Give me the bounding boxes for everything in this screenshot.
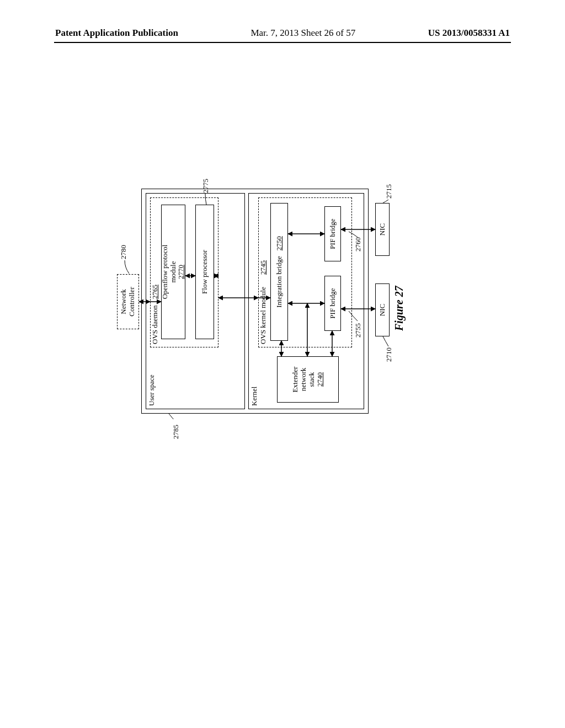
figure-caption: Figure 27 xyxy=(393,286,406,331)
integration-bridge-box: Integration bridge 2750 xyxy=(270,203,288,341)
ref-2755: 2755 xyxy=(354,323,362,338)
user-space-label: User space xyxy=(148,374,156,406)
ref-2775: 2775 xyxy=(202,179,210,193)
ref-2785: 2785 xyxy=(172,425,180,439)
nic-a-box: NIC xyxy=(375,283,390,336)
header-center: Mar. 7, 2013 Sheet 26 of 57 xyxy=(250,28,355,39)
header-left: Patent Application Publication xyxy=(55,28,178,39)
ovs-daemon-label: OVS daemon xyxy=(151,306,159,344)
integration-bridge-label: Integration bridge xyxy=(275,256,284,308)
header: Patent Application Publication Mar. 7, 2… xyxy=(0,28,565,39)
header-rule xyxy=(54,42,511,43)
ref-2780: 2780 xyxy=(120,245,127,259)
ref-2715: 2715 xyxy=(385,184,393,199)
figure-27: Network Controller User space OVS daemon… xyxy=(117,185,404,419)
ref-2760: 2760 xyxy=(354,237,362,251)
network-controller-label: Network Controller xyxy=(120,287,136,316)
flow-processor-label: Flow processor xyxy=(201,250,209,294)
pif-bridge-a-label: PIF bridge xyxy=(329,288,337,318)
extender-box: Extender network stack 2740 xyxy=(277,356,339,403)
pif-bridge-b-box: PIF bridge xyxy=(324,206,341,261)
header-right: US 2013/0058331 A1 xyxy=(428,28,510,39)
openflow-label: Openflow protocol module xyxy=(161,245,178,299)
nic-a-label: NIC xyxy=(379,304,387,316)
extender-label: Extender network stack xyxy=(291,367,316,393)
nic-b-box: NIC xyxy=(375,203,390,256)
openflow-box: Openflow protocol module 2770 xyxy=(161,205,185,339)
network-controller-box: Network Controller xyxy=(117,274,139,329)
ref-2740: 2740 xyxy=(316,372,324,387)
ovs-kernel-label: OVS kernel module xyxy=(259,287,267,344)
nic-b-label: NIC xyxy=(379,223,387,235)
flow-processor-box: Flow processor xyxy=(195,205,214,339)
ref-2770: 2770 xyxy=(177,265,185,279)
pif-bridge-b-label: PIF bridge xyxy=(329,218,337,249)
ref-2765: 2765 xyxy=(151,285,159,299)
ref-2710: 2710 xyxy=(385,347,393,362)
pif-bridge-a-box: PIF bridge xyxy=(324,276,341,331)
ref-2750: 2750 xyxy=(275,236,284,250)
ref-2745: 2745 xyxy=(259,260,267,275)
kernel-label: Kernel xyxy=(250,387,258,406)
